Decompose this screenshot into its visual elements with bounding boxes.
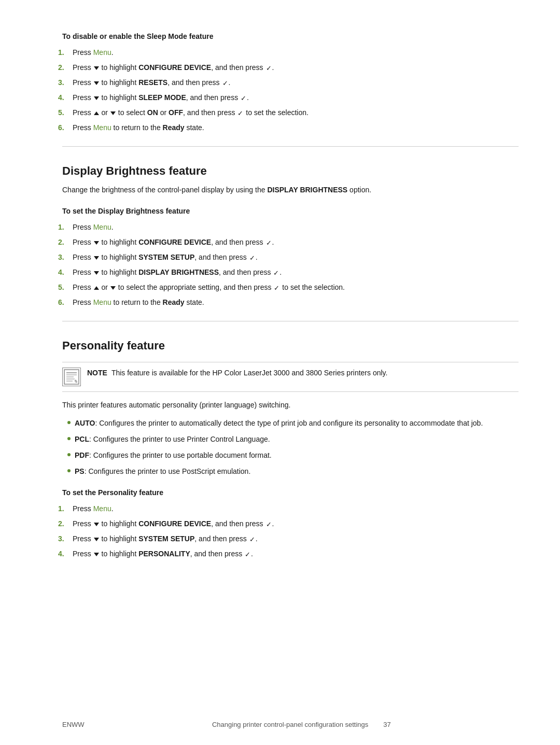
arrow-up-icon [94,111,99,115]
step-number: 2. [58,237,73,248]
personality-bullet-list: AUTO: Configures the printer to automati… [67,418,519,477]
step-number: 2. [58,518,73,529]
list-item: 1. Press Menu. [62,222,519,233]
step-content: Press Menu to return to the Ready state. [73,122,519,133]
step-content: Press to highlight SLEEP MODE, and then … [73,92,519,103]
arrow-down-icon [94,538,99,541]
step-number: 4. [58,92,73,103]
bullet-content: AUTO: Configures the printer to automati… [75,418,483,429]
step-number: 3. [58,252,73,263]
bullet-dot [67,453,71,456]
menu-link[interactable]: Menu [93,223,111,231]
footer-left: ENWW [62,720,85,730]
step-content: Press to highlight CONFIGURE DEVICE, and… [73,62,519,73]
footer-center: Changing printer control-panel configura… [85,720,519,730]
list-item: 2. Press to highlight CONFIGURE DEVICE, … [62,518,519,529]
personality-steps: 1. Press Menu. 2. Press to highlight CON… [62,503,519,559]
list-item: PCL: Configures the printer to use Print… [67,434,519,445]
arrow-down-icon [110,111,116,115]
arrow-down-icon [94,523,99,526]
section-divider [62,146,519,147]
step-content: Press or to select ON or OFF, and then p… [73,107,519,118]
list-item: 6. Press Menu to return to the Ready sta… [62,122,519,133]
note-svg-icon: ✎ [63,369,80,385]
step-content: Press to highlight DISPLAY BRIGHTNESS, a… [73,267,519,278]
bullet-dot [67,421,71,424]
list-item: 3. Press to highlight SYSTEM SETUP, and … [62,252,519,263]
highlight-text: SYSTEM SETUP [138,253,194,261]
step-content: Press or to select the appropriate setti… [73,282,519,293]
menu-link[interactable]: Menu [93,48,111,57]
checkmark-icon: ✓ [245,550,250,560]
sleep-mode-steps: 1. Press Menu. 2. Press to highlight CON… [62,47,519,133]
step-number: 4. [58,549,73,559]
step-number: 6. [58,122,73,133]
footer-page-number: 37 [383,721,390,728]
personality-sub-heading: To set the Personality feature [62,487,519,498]
step-content: Press to highlight SYSTEM SETUP, and the… [73,533,519,544]
checkmark-icon: ✓ [266,238,272,248]
step-number: 5. [58,107,73,118]
bullet-content: PCL: Configures the printer to use Print… [75,434,270,445]
checkmark-icon: ✓ [249,253,255,263]
step-number: 1. [58,222,73,233]
ready-text: Ready [163,123,185,132]
menu-link[interactable]: Menu [93,504,111,513]
bullet-term: PS [75,467,85,475]
sleep-mode-section: To disable or enable the Sleep Mode feat… [62,31,519,133]
checkmark-icon: ✓ [266,63,272,74]
step-content: Press Menu to return to the Ready state. [73,297,519,308]
display-brightness-section: Display Brightness feature Change the br… [62,162,519,308]
checkmark-icon: ✓ [249,535,255,545]
checkmark-icon: ✓ [237,108,243,119]
note-box: ✎ NOTEThis feature is available for the … [62,362,519,392]
arrow-down-icon [94,66,99,70]
list-item: 4. Press to highlight SLEEP MODE, and th… [62,92,519,103]
arrow-down-icon [94,553,99,556]
list-item: 2. Press to highlight CONFIGURE DEVICE, … [62,237,519,248]
bullet-content: PDF: Configures the printer to use porta… [75,450,272,461]
step-number: 2. [58,62,73,73]
highlight-text: DISPLAY BRIGHTNESS [138,268,219,276]
step-number: 3. [58,533,73,544]
list-item: 5. Press or to select the appropriate se… [62,282,519,293]
arrow-down-icon [94,81,99,85]
highlight-text: CONFIGURE DEVICE [138,238,211,246]
personality-intro: This printer features automatic personal… [62,400,519,411]
bullet-dot [67,437,71,440]
section-divider [62,321,519,321]
highlight-text: OFF [169,108,183,117]
step-content: Press to highlight CONFIGURE DEVICE, and… [73,518,519,529]
arrow-down-icon [94,271,99,275]
step-number: 3. [58,77,73,88]
note-text: This feature is available for the HP Col… [111,369,388,377]
step-content: Press Menu. [73,503,519,514]
highlight-text: PERSONALITY [138,550,190,558]
highlight-text: CONFIGURE DEVICE [138,519,211,528]
note-label: NOTE [87,369,107,377]
bullet-term: PCL [75,435,89,443]
personality-section: Personality feature ✎ NOTEThis feature i… [62,337,519,559]
step-number: 6. [58,297,73,308]
svg-text:✎: ✎ [74,379,78,384]
bullet-content: PS: Configures the printer to use PostSc… [75,466,250,477]
step-content: Press to highlight PERSONALITY, and then… [73,549,519,559]
step-content: Press Menu. [73,222,519,233]
display-brightness-intro: Change the brightness of the control-pan… [62,185,519,195]
menu-link[interactable]: Menu [93,123,111,132]
step-number: 1. [58,503,73,514]
bullet-dot [67,469,71,472]
arrow-up-icon [94,286,99,290]
highlight-text: SLEEP MODE [138,93,186,102]
menu-link[interactable]: Menu [93,298,111,306]
highlight-text: ON [147,108,158,117]
note-text-container: NOTEThis feature is available for the HP… [87,368,519,378]
display-brightness-sub-heading: To set the Display Brightness feature [62,206,519,217]
page-footer: ENWW Changing printer control-panel conf… [0,720,560,730]
step-number: 1. [58,47,73,58]
checkmark-icon: ✓ [241,93,246,104]
checkmark-icon: ✓ [273,268,279,278]
ready-text: Ready [163,298,185,306]
display-brightness-steps: 1. Press Menu. 2. Press to highlight CON… [62,222,519,308]
display-brightness-heading: Display Brightness feature [62,162,519,179]
